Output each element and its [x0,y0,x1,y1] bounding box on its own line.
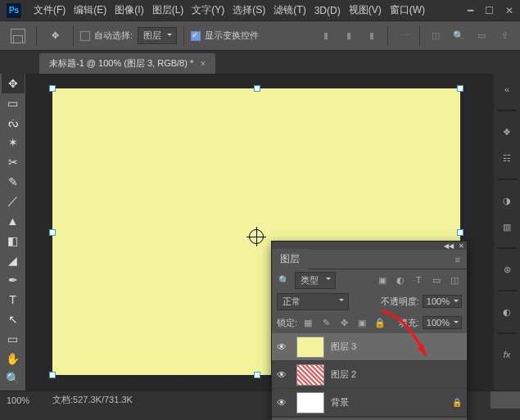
options-bar: ✥ 自动选择: 图层 显示变换控件 ▮ ▮ ▮ ⋯ ◫ 🔍 ▭ ⇪ [0,21,520,51]
layer-name[interactable]: 图层 2 [331,368,356,381]
expand-dock-icon[interactable]: « [498,80,516,98]
visibility-icon[interactable]: 👁 [277,369,290,381]
marquee-tool[interactable]: ▭ [2,93,25,113]
align-left-icon[interactable]: ▮ [317,27,335,45]
window-close-icon[interactable]: ✕ [505,5,513,16]
workspace-icon[interactable]: ▭ [473,27,491,45]
share-icon[interactable]: ⇪ [495,27,513,45]
transform-handle[interactable] [457,85,463,92]
distribute-icon[interactable]: ⋯ [395,27,413,45]
menu-filter[interactable]: 滤镜(T) [269,3,310,17]
visibility-icon[interactable]: 👁 [277,397,290,409]
layer-thumbnail[interactable] [296,336,324,358]
quick-select-tool[interactable]: ✶ [2,133,25,152]
pen-tool[interactable]: ✒ [2,270,25,290]
close-panel-icon[interactable]: ✕ [459,242,464,250]
layers-panel-footer: ⚭ fx ◯ ◐ 🗀 ⊞ 🗑 [272,417,467,420]
menu-edit[interactable]: 编辑(E) [70,3,111,17]
path-tool[interactable]: ↖ [2,309,25,329]
lock-paint-icon[interactable]: ✎ [319,315,333,330]
brush-tool[interactable]: ／ [2,192,25,211]
transform-handle[interactable] [457,229,463,236]
layer-row[interactable]: 👁 背景 🔒 [272,389,467,417]
crop-tool[interactable]: ✂ [2,152,25,172]
window-minimize-icon[interactable]: ━ [468,5,473,16]
layer-thumbnail[interactable] [296,364,324,386]
menu-layer[interactable]: 图层(L) [148,3,188,17]
transform-handle[interactable] [49,85,56,92]
filter-adjust-icon[interactable]: ◐ [393,273,408,287]
zoom-tool[interactable]: 🔍 [2,368,25,388]
align-center-icon[interactable]: ▮ [340,27,358,45]
hand-tool[interactable]: ✋ [2,349,25,368]
app-logo: Ps [7,3,21,18]
show-transform-checkbox[interactable]: 显示变换控件 [191,29,259,42]
libraries-panel-icon[interactable]: ▥ [498,218,516,236]
filter-icon[interactable]: 🔍 [277,273,292,287]
layer-name[interactable]: 图层 3 [331,341,356,353]
adjustments-panel-icon[interactable]: ◐ [498,303,516,321]
fill-input[interactable]: 100% [423,316,462,329]
transform-handle[interactable] [254,85,260,92]
fill-label: 填充: [399,317,419,329]
tools-panel: ✥ ▭ ᔔ ✶ ✂ ✎ ／ ▲ ◧ ◢ ✒ T ↖ ▭ ✋ 🔍 [0,74,26,391]
move-tool[interactable]: ✥ [2,74,25,93]
auto-select-dropdown[interactable]: 图层 [138,27,177,44]
home-icon[interactable] [7,25,29,47]
transform-handle[interactable] [254,372,260,378]
layer-thumbnail[interactable] [296,392,324,413]
zoom-level[interactable]: 100% [7,395,52,405]
move-tool-indicator-icon[interactable]: ✥ [43,25,66,47]
swatches-panel-icon[interactable]: ⊛ [498,260,516,278]
menu-type[interactable]: 文字(Y) [188,3,228,17]
layer-name[interactable]: 背景 [331,396,349,409]
layer-row[interactable]: 👁 图层 3 [272,333,467,361]
filter-shape-icon[interactable]: ▭ [429,273,444,287]
gradient-tool[interactable]: ◢ [2,251,25,270]
panel-menu-icon[interactable]: ≡ [449,255,467,264]
menu-file[interactable]: 文件(F) [29,3,70,17]
type-tool[interactable]: T [2,290,25,309]
history-panel-icon[interactable]: ❖ [498,123,516,141]
properties-panel-icon[interactable]: ☷ [498,149,516,167]
window-maximize-icon[interactable]: ☐ [485,5,494,16]
lasso-tool[interactable]: ᔔ [2,113,25,133]
layer-row[interactable]: 👁 图层 2 [272,361,467,389]
lock-artboard-icon[interactable]: ▣ [355,315,369,330]
visibility-icon[interactable]: 👁 [277,341,290,353]
styles-panel-icon[interactable]: fx [498,345,516,364]
lock-icon[interactable]: 🔒 [452,398,462,407]
filter-type-icon[interactable]: T [411,273,426,287]
opacity-input[interactable]: 100% [423,295,462,308]
menu-view[interactable]: 视图(V) [345,3,386,17]
transform-handle[interactable] [49,372,56,378]
document-info[interactable]: 文档:527.3K/731.3K [52,394,133,406]
filter-smart-icon[interactable]: ◫ [447,273,462,287]
menu-window[interactable]: 窗口(W) [386,3,429,17]
color-panel-icon[interactable]: ◑ [498,192,516,210]
collapse-panel-icon[interactable]: ◀◀ [444,242,454,250]
eraser-tool[interactable]: ◧ [2,231,25,251]
shape-tool[interactable]: ▭ [2,329,25,349]
menu-3d[interactable]: 3D(D) [310,5,345,16]
filter-type-dropdown[interactable]: 类型 [295,272,336,289]
lock-all-icon[interactable]: 🔒 [373,315,387,330]
eyedropper-tool[interactable]: ✎ [2,172,25,192]
opacity-label: 不透明度: [381,296,419,308]
align-right-icon[interactable]: ▮ [363,27,381,45]
document-tab[interactable]: 未标题-1 @ 100% (图层 3, RGB/8) * × [39,53,215,74]
menu-select[interactable]: 选择(S) [228,3,269,17]
lock-position-icon[interactable]: ✥ [337,315,351,330]
stamp-tool[interactable]: ▲ [2,211,25,231]
transform-handle[interactable] [49,229,56,236]
search-icon[interactable]: 🔍 [450,27,468,45]
blend-mode-dropdown[interactable]: 正常 [277,293,349,310]
lock-transparent-icon[interactable]: ▦ [301,315,315,330]
layers-tab[interactable]: 图层 [272,249,308,269]
filter-pixel-icon[interactable]: ▣ [375,273,390,287]
3d-mode-icon[interactable]: ◫ [427,27,445,45]
auto-select-checkbox[interactable]: 自动选择: [80,29,133,42]
menu-image[interactable]: 图像(I) [111,3,147,17]
close-tab-icon[interactable]: × [200,58,206,70]
transform-center-icon[interactable] [249,229,264,244]
